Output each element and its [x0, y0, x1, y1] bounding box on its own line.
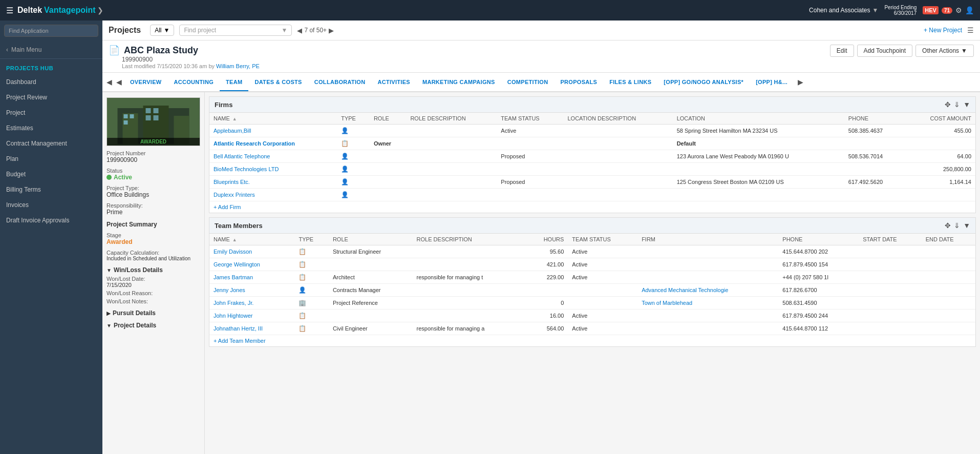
firm-name-link[interactable]: Applebaum,Bill [214, 128, 251, 134]
firms-table-row: Bell Atlantic Telephone 👤 Proposed 123 A… [209, 150, 975, 163]
firm-role-desc-cell [406, 125, 497, 137]
firms-col-role-desc: ROLE DESCRIPTION [406, 113, 497, 125]
team-filter-icon[interactable]: ▼ [963, 221, 970, 230]
tabs-more-icon[interactable]: ▶ [794, 73, 807, 91]
project-details-header[interactable]: ▼ Project Details [106, 322, 200, 329]
list-view-icon[interactable]: ☰ [967, 26, 974, 34]
tab-dates-costs[interactable]: DATES & COSTS [248, 74, 308, 91]
firm-type-icon: 👤 [341, 191, 349, 198]
sidebar-item-budget[interactable]: Budget [0, 167, 102, 182]
sidebar-back-button[interactable]: ‹ Main Menu [0, 41, 102, 59]
sidebar-item-plan[interactable]: Plan [0, 151, 102, 167]
team-end-date-cell [922, 258, 975, 271]
firm-phone-cell: 617.492.5620 [844, 176, 905, 189]
sidebar-item-project[interactable]: Project [0, 105, 102, 120]
add-firm-link[interactable]: + Add Firm [209, 201, 245, 213]
team-firm-link[interactable]: Town of Marblehead [642, 300, 692, 306]
company-name: Cohen and Associates [809, 7, 870, 14]
new-project-button[interactable]: + New Project [924, 27, 962, 34]
sidebar-item-estimates[interactable]: Estimates [0, 120, 102, 136]
team-name-link[interactable]: James Bartman [214, 274, 253, 280]
find-project-input[interactable]: Find project ▼ [179, 25, 292, 36]
other-actions-button[interactable]: Other Actions ▼ [915, 45, 974, 57]
user-icon[interactable]: 👤 [965, 6, 974, 14]
right-panel: Firms ✥ ⇓ ▼ NAME [205, 92, 980, 454]
firm-role-desc-cell [406, 163, 497, 176]
team-download-icon[interactable]: ⇓ [954, 221, 960, 230]
firm-name-link[interactable]: Atlantic Research Corporation [214, 140, 295, 147]
sidebar-item-project-review[interactable]: Project Review [0, 90, 102, 105]
team-name-link[interactable]: Emily Davisson [214, 249, 252, 255]
firms-filter-icon[interactable]: ▼ [963, 100, 970, 109]
team-type-icon: 👤 [299, 286, 306, 294]
modified-by-link[interactable]: William Berry, PE [216, 63, 260, 69]
team-role-desc-cell [413, 258, 526, 271]
tab-activities[interactable]: ACTIVITIES [371, 74, 416, 91]
tabs-left-arrow2[interactable]: ◀ [114, 74, 124, 90]
team-expand-icon[interactable]: ✥ [945, 221, 951, 230]
firm-name-link[interactable]: BioMed Technologies LTD [214, 166, 279, 172]
find-application-input[interactable] [4, 25, 98, 37]
team-role-cell [329, 258, 413, 271]
firm-team-status-cell: Proposed [497, 150, 563, 163]
firms-table-body: Applebaum,Bill 👤 Active 58 Spring Street… [209, 125, 975, 201]
add-team-member-link[interactable]: + Add Team Member [209, 335, 270, 346]
team-members-table-row: John Hightower 📋 16.00 Active 617.879.45… [209, 309, 975, 322]
team-name-link[interactable]: Johnathan Hertz, III [214, 325, 263, 332]
team-firm-link[interactable]: Advanced Mechanical Technologie [642, 287, 728, 293]
tab-opp-gonogo[interactable]: [OPP] GO/NOGO ANALYSIS* [657, 74, 750, 91]
add-touchpoint-button[interactable]: Add Touchpoint [857, 45, 913, 57]
firms-col-name[interactable]: NAME ▲ [209, 113, 337, 125]
pursuit-details-header[interactable]: ▶ Pursuit Details [106, 309, 200, 317]
sidebar-item-dashboard[interactable]: Dashboard [0, 74, 102, 90]
firm-type-icon: 👤 [341, 153, 349, 160]
firm-name-link[interactable]: Duplexx Printers [214, 192, 255, 198]
tab-competition[interactable]: COMPETITION [501, 74, 555, 91]
team-status-cell: Active [568, 309, 637, 322]
tab-proposals[interactable]: PROPOSALS [554, 74, 603, 91]
all-dropdown[interactable]: All ▼ [150, 25, 174, 36]
next-project-icon[interactable]: ▶ [329, 27, 334, 34]
team-name-link[interactable]: George Wellington [214, 261, 260, 267]
tab-accounting[interactable]: ACCOUNTING [168, 74, 220, 91]
firms-table-row: Atlantic Research Corporation 📋 Owner De… [209, 137, 975, 150]
firms-expand-icon[interactable]: ✥ [945, 100, 951, 109]
back-arrow-icon: ‹ [6, 46, 8, 53]
tab-collaboration[interactable]: COLLABORATION [308, 74, 372, 91]
project-type-label: Project Type: [106, 185, 200, 191]
team-name-link[interactable]: John Frakes, Jr. [214, 300, 253, 306]
settings-icon[interactable]: ⚙ [955, 6, 962, 14]
tab-team[interactable]: TEAM [220, 74, 248, 91]
team-members-table-row: George Wellington 📋 421.00 Active 617.87… [209, 258, 975, 271]
sidebar-item-draft-invoice-approvals[interactable]: Draft Invoice Approvals [0, 213, 102, 228]
edit-button[interactable]: Edit [830, 45, 854, 57]
firm-name-link[interactable]: Blueprints Etc. [214, 179, 250, 185]
firms-download-icon[interactable]: ⇓ [954, 100, 960, 109]
team-type-cell: 🏢 [294, 297, 328, 309]
tab-opp-h[interactable]: [OPP] H&... [750, 74, 794, 91]
team-name-link[interactable]: Jenny Jones [214, 287, 245, 293]
sidebar-item-contract-management[interactable]: Contract Management [0, 136, 102, 151]
tabs-left-arrow[interactable]: ◀ [104, 74, 114, 90]
project-summary-header[interactable]: Project Summary [106, 221, 200, 228]
notification-badge[interactable]: 71 [942, 7, 952, 14]
team-firm-cell [637, 309, 778, 322]
firm-phone-cell [844, 189, 905, 201]
tab-marketing[interactable]: MARKETING CAMPAIGNS [416, 74, 501, 91]
brand-deltek: Deltek [17, 6, 42, 15]
firm-type-cell: 👤 [337, 163, 370, 176]
tab-overview[interactable]: OVERVIEW [124, 74, 168, 91]
sidebar-item-invoices[interactable]: Invoices [0, 197, 102, 213]
firm-name-link[interactable]: Bell Atlantic Telephone [214, 153, 270, 159]
tab-files-links[interactable]: FILES & LINKS [603, 74, 657, 91]
prev-project-icon[interactable]: ◀ [297, 27, 302, 34]
sidebar-item-billing-terms[interactable]: Billing Terms [0, 182, 102, 197]
company-selector[interactable]: Cohen and Associates ▼ [809, 7, 878, 14]
brand: Deltek Vantagepoint ❯ [17, 6, 103, 15]
team-col-name[interactable]: NAME ▲ [209, 234, 294, 245]
team-status-cell: Active [568, 258, 637, 271]
team-name-link[interactable]: John Hightower [214, 313, 252, 319]
hamburger-icon[interactable]: ☰ [6, 6, 13, 15]
win-loss-header[interactable]: ▼ Win/Loss Details [106, 266, 200, 274]
firm-cost-cell [905, 137, 976, 150]
